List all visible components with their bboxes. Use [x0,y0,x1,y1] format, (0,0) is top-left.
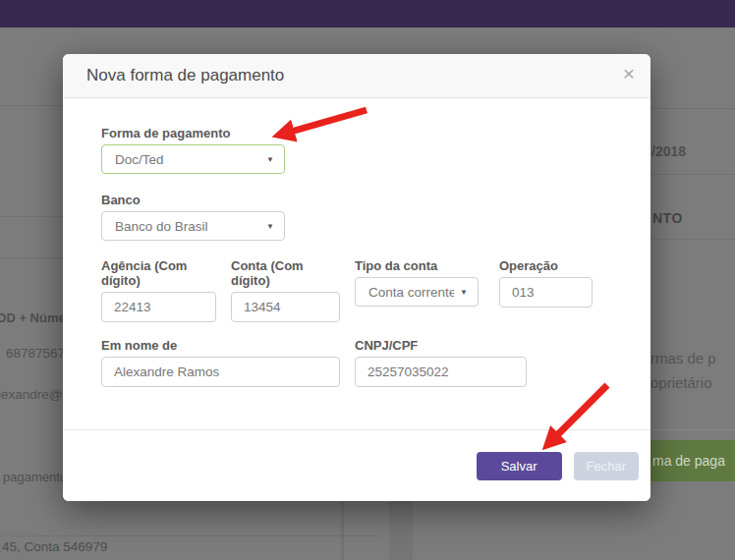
bg-column-seam [389,499,413,560]
operation-input[interactable] [499,277,593,308]
bg-divider [650,239,735,240]
modal-body: Forma de pagamento Doc/Ted ▼ Banco Banco… [63,98,650,387]
modal-title: Nova forma de pagamento [86,66,284,85]
holder-details-row: Em nome de CNPJ/CPF [101,338,612,387]
screen: DD + Núme 687875674 lexandre@e pagamento… [0,0,735,560]
operation-label: Operação [499,258,593,273]
bg-text-fragment-formas: rmas de p [650,350,716,366]
bank-select[interactable]: Banco do Brasil ▼ [101,211,285,241]
account-type-field-group: Tipo da conta Conta corrente ▼ [355,258,479,322]
bank-field-group: Banco Banco do Brasil ▼ [101,193,285,241]
cnpj-cpf-input[interactable] [355,357,527,387]
chevron-down-icon: ▼ [266,155,274,164]
payment-method-value: Doc/Ted [115,152,260,167]
account-input[interactable] [231,292,340,322]
cnpj-cpf-label: CNPJ/CPF [355,338,527,353]
account-type-value: Conta corrente [368,285,454,300]
holder-name-label: Em nome de [101,338,340,353]
chevron-down-icon: ▼ [266,222,274,231]
new-payment-method-modal: Nova forma de pagamento × Forma de pagam… [63,54,650,501]
bg-divider [0,216,63,217]
bg-text-fragment-email: lexandre@e [0,387,70,402]
close-button[interactable]: Fechar [574,452,639,480]
holder-name-field-group: Em nome de [101,338,340,387]
holder-name-input[interactable] [101,357,340,387]
account-type-select[interactable]: Conta corrente ▼ [355,277,479,307]
account-field-group: Conta (Com dígito) [231,258,340,322]
bank-value: Banco do Brasil [115,219,260,234]
bg-text-fragment-conta: 45, Conta 546979 [2,539,107,554]
bg-divider [650,174,735,175]
bg-divider [0,535,376,536]
bg-divider [650,108,735,109]
agency-input[interactable] [101,292,216,322]
close-icon[interactable]: × [623,63,635,84]
new-payment-method-button-background: ma de paga [650,440,735,481]
modal-footer: Salvar Fechar [63,429,650,501]
payment-method-select[interactable]: Doc/Ted ▼ [101,144,285,174]
bank-label: Banco [101,193,285,207]
top-navbar [0,0,735,28]
account-details-row: Agência (Com dígito) Conta (Com dígito) … [101,258,612,322]
save-button[interactable]: Salvar [477,452,562,480]
account-type-label: Tipo da conta [355,258,479,273]
payment-method-label: Forma de pagamento [101,126,285,140]
bg-text-fragment-phone-label: DD + Núme [0,310,66,325]
cnpj-cpf-field-group: CNPJ/CPF [355,338,527,387]
bg-divider [0,257,63,258]
bg-text-fragment-date: /2018 [651,143,686,159]
operation-field-group: Operação [499,258,593,322]
agency-field-group: Agência (Com dígito) [101,258,216,322]
chevron-down-icon: ▼ [460,288,468,297]
bg-text-fragment-proprietario: oprietário [650,374,712,391]
bg-column-seam [341,499,344,560]
bg-divider [650,429,735,430]
bg-divider [0,105,63,106]
agency-label: Agência (Com dígito) [101,258,216,288]
modal-header: Nova forma de pagamento × [63,54,650,98]
bg-text-fragment-section-header: NTO [652,210,683,226]
bg-text-fragment-pagamento: pagamento [3,470,67,484]
account-label: Conta (Com dígito) [231,258,340,288]
payment-method-field-group: Forma de pagamento Doc/Ted ▼ [101,126,285,174]
